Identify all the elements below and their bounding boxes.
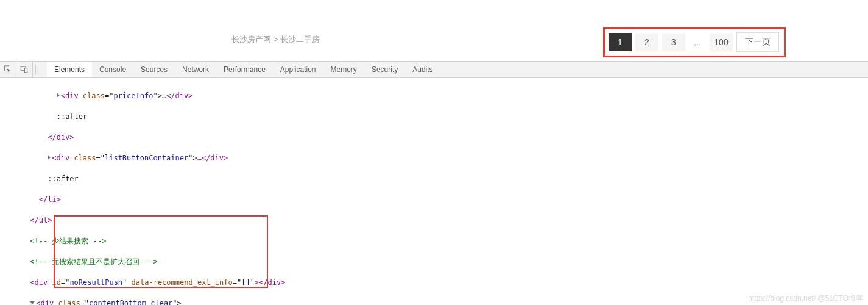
page-2-button[interactable]: 2 <box>635 33 658 51</box>
code-token: ::after <box>57 112 88 121</box>
code-comment: <!-- 无搜索结果且不是扩大召回 --> <box>30 257 157 266</box>
code-token: </div> <box>166 92 192 100</box>
tab-elements[interactable]: Elements <box>47 62 92 77</box>
code-token: … <box>197 154 202 162</box>
tab-sources[interactable]: Sources <box>133 62 175 77</box>
elements-tree[interactable]: <div class="priceInfo">…</div> ::after <… <box>0 78 868 305</box>
toggle-device-icon[interactable] <box>16 62 33 77</box>
code-token: <div <box>36 299 58 305</box>
breadcrumb-current: 长沙二手房 <box>280 35 320 44</box>
tab-application[interactable]: Application <box>273 62 323 77</box>
tab-security[interactable]: Security <box>364 62 405 77</box>
page-1-button[interactable]: 1 <box>609 33 632 51</box>
code-token: </div> <box>202 154 228 162</box>
code-token: <div <box>61 92 83 100</box>
page-3-button[interactable]: 3 <box>662 33 685 51</box>
tab-console[interactable]: Console <box>92 62 133 77</box>
devtools-panel: Elements Console Sources Network Perform… <box>0 61 868 305</box>
breadcrumb-home[interactable]: 长沙房产网 <box>231 35 271 44</box>
code-token: </li> <box>39 195 61 204</box>
code-token: ::after <box>48 174 79 183</box>
page-ellipsis: ... <box>689 33 706 51</box>
breadcrumb: 长沙房产网 > 长沙二手房 <box>231 34 320 45</box>
code-token: [] <box>241 278 250 287</box>
code-token: listButtonContainer <box>105 154 188 162</box>
devtools-tabs: Elements Console Sources Network Perform… <box>38 62 440 77</box>
svg-rect-1 <box>24 68 27 73</box>
tab-memory[interactable]: Memory <box>323 62 364 77</box>
tab-audits[interactable]: Audits <box>405 62 440 77</box>
code-token: "> <box>172 299 181 305</box>
code-token: priceInfo <box>113 92 153 100</box>
code-comment: <!-- 少结果搜索 --> <box>30 237 106 245</box>
page-next-button[interactable]: 下一页 <box>736 32 779 52</box>
code-token: </div> <box>48 133 74 142</box>
page-100-button[interactable]: 100 <box>710 33 733 51</box>
code-token: ></div> <box>255 278 286 287</box>
code-token: =" <box>96 154 105 162</box>
code-token: noResultPush <box>69 278 122 287</box>
code-token: </ul> <box>30 216 52 224</box>
code-token: class <box>74 154 96 162</box>
code-token: contentBottom clear <box>89 299 172 305</box>
code-token: =" <box>105 92 113 100</box>
code-token: class <box>83 92 105 100</box>
tab-performance[interactable]: Performance <box>216 62 273 77</box>
code-token: <div <box>30 278 52 287</box>
code-token: data-recommend_ext_info <box>132 278 233 287</box>
code-token: class <box>58 299 80 305</box>
code-token: id <box>52 278 60 287</box>
code-token: "> <box>153 92 161 100</box>
inspect-element-icon[interactable] <box>0 62 16 77</box>
breadcrumb-sep: > <box>273 35 278 44</box>
code-token: <div <box>52 154 74 162</box>
tab-network[interactable]: Network <box>175 62 216 77</box>
devtools-toolbar: Elements Console Sources Network Perform… <box>0 62 868 78</box>
code-token: "> <box>188 154 197 162</box>
pagination-highlight-box: 1 2 3 ... 100 下一页 <box>603 27 786 57</box>
